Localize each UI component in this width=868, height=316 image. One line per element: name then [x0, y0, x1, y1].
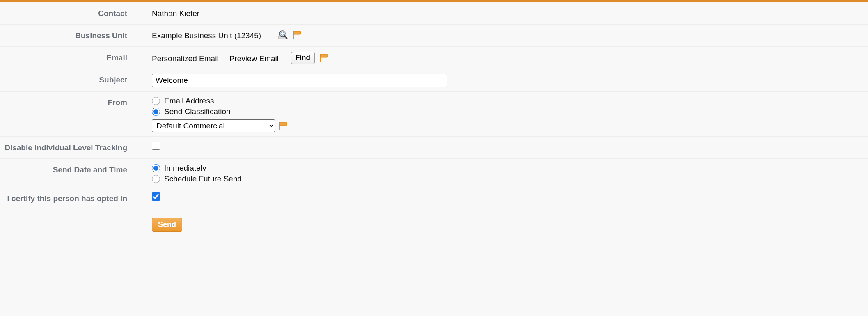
row-from: From Email Address Send Classification D… [0, 92, 868, 137]
radio-send-classification[interactable] [152, 108, 160, 116]
send-option-immediately[interactable]: Immediately [152, 164, 242, 173]
preview-email-link[interactable]: Preview Email [229, 53, 279, 63]
row-email: Email Personalized Email Preview Email F… [0, 47, 868, 69]
find-button[interactable]: Find [291, 52, 315, 64]
row-send-date: Send Date and Time Immediately Schedule … [0, 159, 868, 188]
label-from: From [0, 96, 152, 107]
svg-point-2 [281, 32, 284, 35]
row-subject: Subject [0, 69, 868, 92]
email-send-form: Contact Nathan Kiefer Business Unit Exam… [0, 2, 868, 240]
radio-label-schedule: Schedule Future Send [164, 174, 242, 183]
flag-icon[interactable] [319, 53, 329, 62]
from-option-email-address[interactable]: Email Address [152, 96, 288, 105]
label-email: Email [0, 51, 152, 62]
flag-icon[interactable] [278, 121, 288, 131]
label-disable-tracking: Disable Individual Level Tracking [0, 141, 152, 152]
radio-email-address[interactable] [152, 97, 160, 105]
radio-label-send-classification: Send Classification [164, 107, 231, 116]
disable-tracking-checkbox[interactable] [152, 142, 160, 150]
email-type: Personalized Email [152, 53, 219, 63]
label-subject: Subject [0, 73, 152, 85]
subject-input[interactable] [152, 74, 447, 87]
label-business-unit: Business Unit [0, 29, 152, 40]
radio-immediately[interactable] [152, 164, 160, 172]
row-business-unit: Business Unit Example Business Unit (123… [0, 25, 868, 47]
search-icon[interactable] [277, 30, 288, 40]
classification-select[interactable]: Default Commercial [152, 119, 275, 132]
row-certify: I certify this person has opted in [0, 188, 868, 210]
row-send: Send [0, 210, 868, 240]
from-option-send-classification[interactable]: Send Classification [152, 107, 288, 116]
radio-label-email-address: Email Address [164, 96, 214, 105]
row-contact: Contact Nathan Kiefer [0, 2, 868, 25]
send-option-schedule[interactable]: Schedule Future Send [152, 174, 242, 183]
flag-icon[interactable] [292, 30, 302, 39]
certify-checkbox[interactable] [152, 192, 160, 201]
send-button[interactable]: Send [152, 218, 182, 232]
label-contact: Contact [0, 7, 152, 18]
label-certify: I certify this person has opted in [0, 192, 152, 203]
business-unit-name: Example Business Unit (12345) [152, 30, 261, 40]
row-disable-tracking: Disable Individual Level Tracking [0, 137, 868, 159]
label-send-date: Send Date and Time [0, 163, 152, 174]
radio-schedule[interactable] [152, 175, 160, 183]
contact-name: Nathan Kiefer [152, 7, 199, 18]
radio-label-immediately: Immediately [164, 164, 206, 173]
